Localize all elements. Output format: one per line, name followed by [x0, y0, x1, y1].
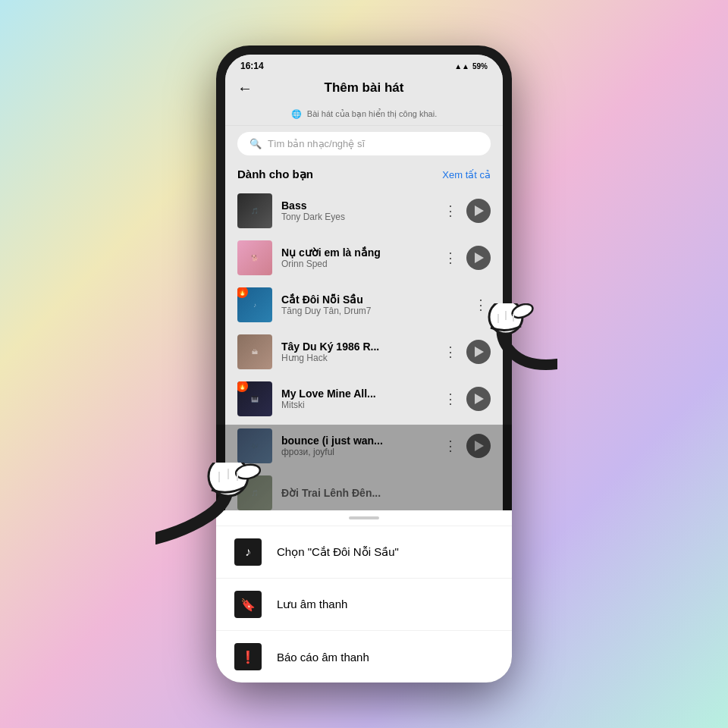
play-button[interactable]: [466, 199, 491, 223]
search-icon: 🔍: [249, 138, 262, 149]
see-all-button[interactable]: Xem tất cả: [442, 169, 491, 180]
play-button[interactable]: [466, 246, 491, 270]
play-icon: [475, 206, 484, 216]
status-icons: ▲▲ 59%: [454, 62, 488, 71]
report-icon: ❗: [234, 643, 262, 670]
search-placeholder: Tìm bản nhạc/nghệ sĩ: [268, 138, 365, 149]
song-info: Bass Tony Dark Eyes: [281, 199, 431, 222]
more-options-button[interactable]: ⋮: [441, 342, 460, 362]
list-item[interactable]: 🐕 Nụ cười em là nắng Orinn Sped ⋮: [225, 234, 503, 281]
status-bar: 16:14 ▲▲ 59%: [225, 55, 503, 74]
battery-text: 59%: [472, 62, 488, 71]
sheet-item-save[interactable]: 🔖 Lưu âm thanh: [225, 578, 503, 630]
song-artist: Tăng Duy Tân, Drum7: [281, 306, 462, 316]
song-actions: ⋮: [441, 199, 491, 223]
song-title: Tây Du Ký 1986 R...: [281, 340, 431, 353]
song-actions: ⋮: [441, 246, 491, 270]
header: ← Thêm bài hát: [225, 74, 503, 105]
music-note-icon: ♪: [234, 538, 262, 566]
section-header: Dành cho bạn Xem tất cả: [225, 165, 503, 187]
song-actions: ⋮: [471, 295, 491, 315]
sheet-label-report: Báo cáo âm thanh: [277, 651, 369, 664]
phone-frame: 16:14 ▲▲ 59% ← Thêm bài hát 🌐 Bài hát củ…: [216, 46, 512, 682]
song-thumbnail: 🎵: [237, 193, 272, 228]
song-artist: Tony Dark Eyes: [281, 212, 431, 222]
info-bar: 🌐 Bài hát của bạn hiển thị công khai.: [225, 105, 503, 126]
thumb-art: 🐕: [237, 240, 272, 275]
phone-screen: 16:14 ▲▲ 59% ← Thêm bài hát 🌐 Bài hát củ…: [225, 55, 503, 673]
song-title: Nụ cười em là nắng: [281, 246, 431, 259]
list-item[interactable]: 🏔 Tây Du Ký 1986 R... Hưng Hack ⋮: [225, 328, 503, 375]
song-actions: ⋮: [441, 387, 491, 411]
more-options-button[interactable]: ⋮: [441, 389, 460, 409]
song-thumbnail: 🔥 🎹: [237, 381, 272, 416]
song-title: Cắt Đôi Nỗi Sầu: [281, 293, 462, 306]
back-button[interactable]: ←: [237, 80, 253, 97]
bottom-sheet: ♪ Chọn "Cắt Đôi Nỗi Sầu" 🔖 Lưu âm thanh …: [225, 510, 503, 673]
status-time: 16:14: [240, 61, 264, 71]
song-artist: Orinn Sped: [281, 259, 431, 269]
song-title: My Love Mine All...: [281, 388, 431, 400]
thumb-art: 🏔: [237, 334, 272, 369]
more-options-button[interactable]: ⋮: [471, 295, 491, 315]
song-thumbnail: 🏔: [237, 334, 272, 369]
search-bar[interactable]: 🔍 Tìm bản nhạc/nghệ sĩ: [237, 132, 491, 155]
section-title: Dành cho bạn: [237, 168, 313, 181]
song-info: Nụ cười em là nắng Orinn Sped: [281, 246, 431, 269]
more-options-button[interactable]: ⋮: [441, 248, 460, 268]
song-actions: ⋮: [441, 340, 491, 364]
play-button[interactable]: [466, 387, 491, 411]
song-thumbnail: 🐕: [237, 240, 272, 275]
song-info: Tây Du Ký 1986 R... Hưng Hack: [281, 340, 431, 363]
info-text: Bài hát của bạn hiển thị công khai.: [307, 109, 437, 118]
song-artist: Hưng Hack: [281, 353, 431, 363]
play-button[interactable]: [466, 340, 491, 364]
svg-point-1: [510, 303, 535, 320]
play-icon: [475, 253, 484, 263]
sheet-label-choose: Chọn "Cắt Đôi Nỗi Sầu": [277, 545, 399, 559]
page-title: Thêm bài hát: [237, 80, 491, 96]
sheet-item-choose[interactable]: ♪ Chọn "Cắt Đôi Nỗi Sầu": [225, 526, 503, 578]
sheet-handle: [349, 516, 379, 519]
sheet-item-report[interactable]: ❗ Báo cáo âm thanh: [225, 630, 503, 673]
list-item[interactable]: 🔥 ♪ Cắt Đôi Nỗi Sầu Tăng Duy Tân, Drum7 …: [225, 281, 503, 328]
song-info: My Love Mine All... Mitski: [281, 388, 431, 410]
sheet-label-save: Lưu âm thanh: [277, 598, 347, 611]
play-icon: [475, 394, 484, 404]
list-item[interactable]: 🎵 Bass Tony Dark Eyes ⋮: [225, 187, 503, 234]
list-item[interactable]: 🔥 🎹 My Love Mine All... Mitski ⋮: [225, 375, 503, 422]
bookmark-icon: 🔖: [234, 591, 262, 618]
search-container: 🔍 Tìm bản nhạc/nghệ sĩ: [225, 126, 503, 165]
song-info: Cắt Đôi Nỗi Sầu Tăng Duy Tân, Drum7: [281, 293, 462, 316]
play-icon: [475, 347, 484, 357]
more-options-button[interactable]: ⋮: [441, 201, 460, 221]
song-thumbnail: 🔥 ♪: [237, 287, 272, 322]
song-title: Bass: [281, 199, 431, 212]
signal-icon: ▲▲: [454, 62, 469, 71]
globe-icon: 🌐: [291, 109, 302, 118]
thumb-art: 🎵: [237, 193, 272, 228]
song-artist: Mitski: [281, 400, 431, 410]
